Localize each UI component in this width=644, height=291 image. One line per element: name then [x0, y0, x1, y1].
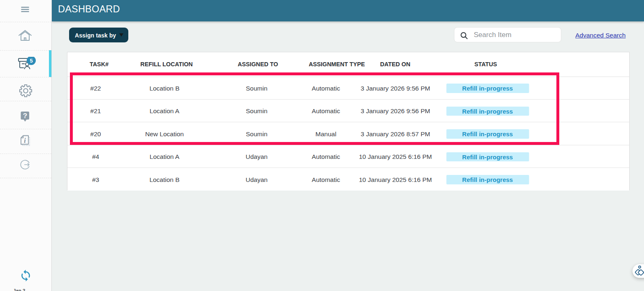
svg-text:i: i [24, 137, 26, 144]
svg-text:?: ? [23, 112, 27, 120]
svg-text:5: 5 [30, 58, 32, 64]
